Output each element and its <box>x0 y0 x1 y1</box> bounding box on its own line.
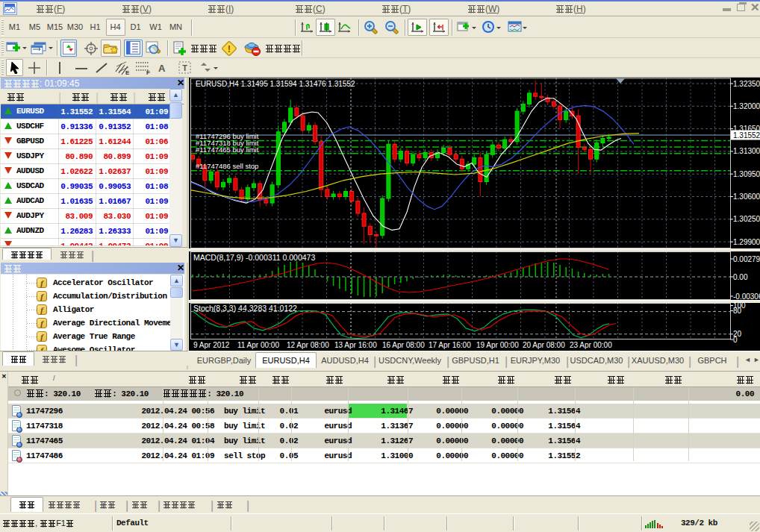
svg-text:20 Apr 08:00: 20 Apr 08:00 <box>523 341 565 349</box>
svg-text:80: 80 <box>733 307 742 315</box>
svg-text:1.30950: 1.30950 <box>733 170 760 178</box>
svg-text:1.30250: 1.30250 <box>733 215 760 223</box>
svg-text:23 Apr 00:00: 23 Apr 00:00 <box>570 341 612 349</box>
svg-text:T: T <box>182 63 187 72</box>
svg-text:19 Apr 00:00: 19 Apr 00:00 <box>476 341 519 349</box>
svg-text:-0.00306: -0.00306 <box>733 292 760 301</box>
svg-text:1.32350: 1.32350 <box>733 80 760 88</box>
svg-text:17 Apr 16:00: 17 Apr 16:00 <box>429 341 471 349</box>
svg-text:!: ! <box>228 43 231 54</box>
svg-text:0: 0 <box>733 336 738 344</box>
svg-text:E: E <box>125 69 130 76</box>
svg-text:12 Apr 08:00: 12 Apr 08:00 <box>287 341 329 349</box>
svg-text:1.31552: 1.31552 <box>733 131 760 140</box>
svg-text:Stoch(8,3,3) 44.3283 41.0122: Stoch(8,3,3) 44.3283 41.0122 <box>193 304 297 313</box>
svg-text:1.29900: 1.29900 <box>733 238 760 246</box>
svg-text:16 Apr 08:00: 16 Apr 08:00 <box>382 341 425 349</box>
svg-text:1.31300: 1.31300 <box>733 147 760 155</box>
svg-text:1.30600: 1.30600 <box>733 193 760 201</box>
svg-text:#11747486 sell stop: #11747486 sell stop <box>196 162 258 170</box>
svg-text:0.002798: 0.002798 <box>733 255 760 263</box>
svg-text:13 Apr 16:00: 13 Apr 16:00 <box>334 341 377 349</box>
svg-text:F: F <box>146 69 150 75</box>
svg-text:9 Apr 2012: 9 Apr 2012 <box>193 341 230 349</box>
svg-text:#11747465 buy limit: #11747465 buy limit <box>196 145 259 154</box>
svg-text:11 Apr 00:00: 11 Apr 00:00 <box>237 341 279 349</box>
svg-text:1.32000: 1.32000 <box>733 102 760 110</box>
svg-text:EURUSD,H4 1.31495 1.31594 1.3: EURUSD,H4 1.31495 1.31594 1.31476 1.3155… <box>196 80 355 88</box>
svg-text:0.00: 0.00 <box>733 273 748 281</box>
svg-text:MACD(8,17,9) -0.000311 0.00047: MACD(8,17,9) -0.000311 0.000473 <box>193 253 315 262</box>
